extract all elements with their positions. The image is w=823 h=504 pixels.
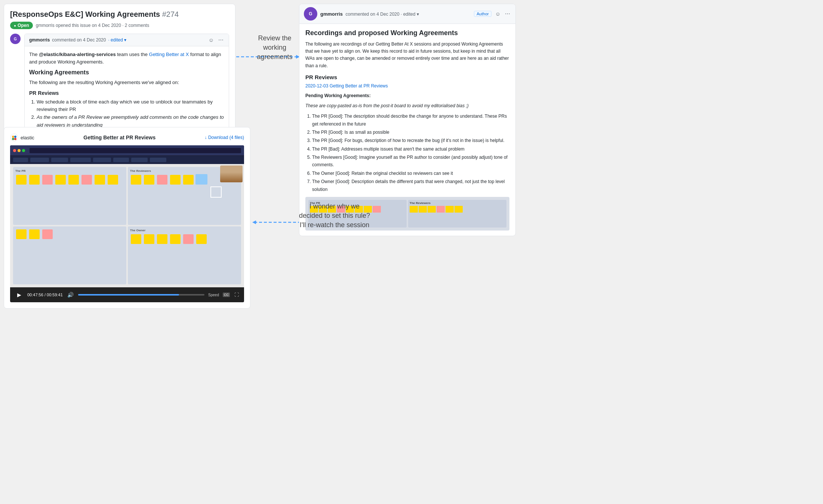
sticky-note <box>170 175 181 185</box>
toolbar-item <box>13 158 28 162</box>
current-time: 00:47:56 <box>27 293 43 297</box>
list-item: The PR [Good]: Is as small as possible <box>312 129 509 136</box>
sticky-note <box>419 206 427 213</box>
toolbar-item <box>131 158 148 162</box>
progress-bar[interactable] <box>78 294 204 296</box>
date-link: 2020-12-03 Getting Better at PR Reviews <box>305 83 509 89</box>
cc-button[interactable]: CC <box>223 293 230 297</box>
issue-title-text: [ResponseOps E&C] Working Agreements <box>10 10 160 18</box>
sticky-note <box>108 175 118 185</box>
sticky-note <box>55 175 66 185</box>
preview-stickies-reviewers <box>410 206 505 213</box>
comment-h4: PR Reviews <box>29 90 224 96</box>
crop-selection <box>210 186 222 198</box>
right-comment-intro: The following are recordings of our Gett… <box>305 41 509 69</box>
board-section-pr: The PR <box>13 167 126 225</box>
video-player: The PR Th <box>10 145 244 302</box>
comment-block: gmmorris commented on 4 Dec 2020 · edite… <box>24 34 229 134</box>
comment-h3: Working Agreements <box>29 69 224 76</box>
sticky-note <box>29 229 40 239</box>
right-avatar: G <box>304 7 317 21</box>
toolbar-item <box>30 158 49 162</box>
svg-point-8 <box>14 136 16 138</box>
smiley-icon[interactable]: ☺ <box>208 37 215 43</box>
open-badge: Open <box>10 22 33 29</box>
sticky-note <box>68 175 79 185</box>
list-item: The Owner [Good]: Description details th… <box>312 178 509 193</box>
issue-card: [ResponseOps E&C] Working Agreements #27… <box>4 4 235 140</box>
time-display: 00:47:56 / 00:59:41 <box>27 293 63 297</box>
sticky-note <box>144 234 154 244</box>
preview-stickies-pr <box>310 206 405 213</box>
sticky-note <box>131 234 141 244</box>
more-options-right[interactable]: ⋯ <box>504 11 511 17</box>
right-comment-date: commented on 4 Dec 2020 · edited ▾ <box>346 12 419 17</box>
right-comment-author: gmmorris <box>320 11 343 17</box>
issue-meta-text: gmmorris opened this issue on 4 Dec 2020… <box>36 23 149 28</box>
browser-chrome <box>10 145 244 156</box>
play-button[interactable]: ▶ <box>15 290 24 299</box>
volume-icon[interactable]: 🔊 <box>67 292 74 298</box>
sticky-note <box>446 206 454 213</box>
download-link[interactable]: ↓ Download (4 files) <box>205 135 244 140</box>
elastic-brand-text: elastic <box>21 135 34 140</box>
sticky-note <box>157 234 167 244</box>
list-item: The Owner [Good]: Retain the original ch… <box>312 170 509 177</box>
presenter-thumbnail <box>220 166 243 182</box>
pending-label: Pending Working Agreements: <box>305 92 509 99</box>
sticky-note <box>355 206 363 213</box>
sticky-note <box>157 175 167 185</box>
toolbar-item <box>150 158 166 162</box>
smiley-icon-right[interactable]: ☺ <box>494 11 501 17</box>
issue-meta: Open gmmorris opened this issue on 4 Dec… <box>10 22 229 29</box>
board-section-title-owner: The Owner <box>130 229 239 232</box>
sticky-note <box>29 175 40 185</box>
sticky-note <box>81 175 92 185</box>
toolbar-bar <box>10 156 244 164</box>
comment-edited: · edited ▾ <box>108 37 126 43</box>
speed-label[interactable]: Speed <box>208 293 219 297</box>
browser-dot-green <box>22 149 25 152</box>
list-item: The PR [Good]: For bugs, description of … <box>312 137 509 144</box>
svg-point-9 <box>12 138 14 140</box>
progress-fill <box>78 294 179 296</box>
video-screen: The PR Th <box>10 145 244 287</box>
list-item: We schedule a block of time each day whi… <box>37 98 224 114</box>
sticky-note <box>144 175 154 185</box>
sticky-note <box>310 206 318 213</box>
getting-better-link[interactable]: Getting Better at X <box>149 52 189 57</box>
sticky-note <box>346 206 354 213</box>
sticky-note <box>373 206 381 213</box>
video-card-header: elastic Getting Better at PR Reviews ↓ D… <box>10 133 244 142</box>
sticky-note <box>428 206 436 213</box>
date-link-anchor[interactable]: 2020-12-03 Getting Better at PR Reviews <box>305 83 388 89</box>
sticky-board: The PR Th <box>10 164 244 287</box>
svg-point-7 <box>12 136 14 138</box>
sticky-note <box>42 175 53 185</box>
total-time: 00:59:41 <box>47 293 63 297</box>
right-comment-h3: PR Reviews <box>305 74 509 80</box>
video-title: Getting Better at PR Reviews <box>83 134 155 140</box>
browser-dot-red <box>13 149 16 152</box>
svg-point-6 <box>10 134 18 141</box>
board-section-title-pr: The PR <box>15 169 124 173</box>
sticky-note <box>183 234 194 244</box>
sticky-preview: The PR The Reviewers <box>305 197 509 231</box>
copy-note: These are copy-pasted as-is from the pos… <box>305 102 509 109</box>
sticky-note <box>437 206 445 213</box>
right-comment-card: G gmmorris commented on 4 Dec 2020 · edi… <box>299 4 516 236</box>
sticky-note <box>328 206 336 213</box>
sticky-note <box>170 234 181 244</box>
comment-date: commented on 4 Dec 2020 <box>52 37 106 43</box>
toolbar-item <box>70 158 91 162</box>
comment-body: The @elastic/kibana-alerting-services te… <box>25 46 229 134</box>
svg-marker-4 <box>252 220 256 224</box>
issue-title: [ResponseOps E&C] Working Agreements #27… <box>10 10 229 19</box>
preview-section-pr: The PR <box>308 200 407 228</box>
comment-author[interactable]: gmmorris <box>29 37 50 43</box>
stickies-empty <box>15 229 124 240</box>
fullscreen-icon[interactable]: ⛶ <box>234 292 240 297</box>
more-options-icon[interactable]: ⋯ <box>218 37 224 43</box>
elastic-logo-icon <box>10 133 18 142</box>
comment-intro: The @elastic/kibana-alerting-services te… <box>29 51 224 65</box>
